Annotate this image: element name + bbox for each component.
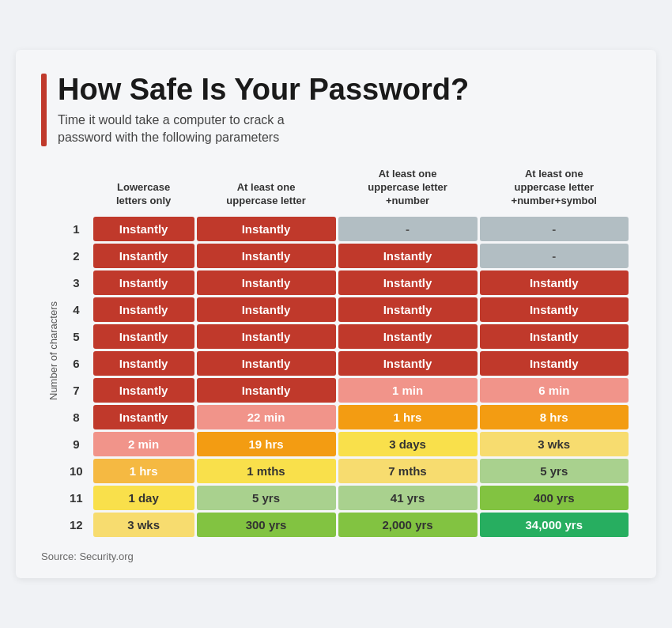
table-cell: 5 yrs <box>480 459 629 483</box>
table-cell: 1 hrs <box>338 405 478 429</box>
table-row: 3InstantlyInstantlyInstantlyInstantly <box>62 270 629 295</box>
table-body: 1InstantlyInstantly--2InstantlyInstantly… <box>62 217 629 537</box>
col-header-one-upper: At least oneuppercase letter <box>197 165 336 214</box>
title-section: How Safe Is Your Password? Time it would… <box>41 74 631 147</box>
table-cell: Instantly <box>338 324 478 349</box>
table-cell: 3 wks <box>93 513 194 537</box>
table-cell: Instantly <box>480 270 629 295</box>
row-number: 9 <box>62 432 91 456</box>
table-cell: 41 yrs <box>338 486 478 510</box>
table-cell: Instantly <box>480 297 629 322</box>
table-cell: 19 hrs <box>197 432 336 456</box>
row-number: 8 <box>62 405 91 429</box>
row-number: 7 <box>62 378 91 403</box>
table-cell: 22 min <box>197 405 336 429</box>
table-cell: Instantly <box>93 217 194 241</box>
y-axis-label: Number of characters <box>41 301 59 400</box>
table-cell: 2 min <box>93 432 194 456</box>
table-row: 5InstantlyInstantlyInstantlyInstantly <box>62 324 629 349</box>
table-cell: 1 mths <box>197 459 336 483</box>
row-number: 2 <box>62 244 91 268</box>
table-cell: Instantly <box>197 351 336 376</box>
table-head: Lowercaseletters only At least oneupperc… <box>62 165 629 214</box>
table-row: 7InstantlyInstantly1 min6 min <box>62 378 629 403</box>
table-cell: Instantly <box>197 244 336 268</box>
table-row: 101 hrs1 mths7 mths5 yrs <box>62 459 629 483</box>
table-cell: Instantly <box>338 270 478 295</box>
table-cell: Instantly <box>93 244 194 268</box>
table-row: 92 min19 hrs3 days3 wks <box>62 432 629 456</box>
row-number: 10 <box>62 459 91 483</box>
table-cell: Instantly <box>93 297 194 322</box>
table-cell: 1 hrs <box>93 459 194 483</box>
table-row: 111 day5 yrs41 yrs400 yrs <box>62 486 629 510</box>
table-cell: 5 yrs <box>197 486 336 510</box>
table-cell: Instantly <box>338 297 478 322</box>
red-bar <box>41 74 47 147</box>
card: How Safe Is Your Password? Time it would… <box>16 50 656 578</box>
table-cell: Instantly <box>197 324 336 349</box>
table-cell: 34,000 yrs <box>480 513 629 537</box>
header-row: Lowercaseletters only At least oneupperc… <box>62 165 629 214</box>
table-cell: 3 wks <box>480 432 629 456</box>
table-cell: Instantly <box>197 270 336 295</box>
table-cell: Instantly <box>338 244 478 268</box>
table-cell: - <box>480 244 629 268</box>
col-header-num <box>62 165 91 214</box>
row-number: 5 <box>62 324 91 349</box>
table-cell: 1 min <box>338 378 478 403</box>
table-row: 8Instantly22 min1 hrs8 hrs <box>62 405 629 429</box>
col-header-upper-num-sym: At least oneuppercase letter+number+symb… <box>480 165 629 214</box>
main-title: How Safe Is Your Password? <box>58 74 469 107</box>
table-cell: - <box>480 217 629 241</box>
source-text: Source: Security.org <box>41 550 631 562</box>
table-cell: Instantly <box>197 217 336 241</box>
table-row: 4InstantlyInstantlyInstantlyInstantly <box>62 297 629 322</box>
title-text: How Safe Is Your Password? Time it would… <box>58 74 469 147</box>
table-cell: Instantly <box>93 351 194 376</box>
table-cell: 2,000 yrs <box>338 513 478 537</box>
row-number: 6 <box>62 351 91 376</box>
table-cell: - <box>338 217 478 241</box>
table-cell: Instantly <box>93 405 194 429</box>
table-row: 2InstantlyInstantlyInstantly- <box>62 244 629 268</box>
row-number: 1 <box>62 217 91 241</box>
row-number: 11 <box>62 486 91 510</box>
table-cell: 400 yrs <box>480 486 629 510</box>
row-number: 12 <box>62 513 91 537</box>
table-cell: 8 hrs <box>480 405 629 429</box>
table-cell: Instantly <box>197 378 336 403</box>
table-cell: 6 min <box>480 378 629 403</box>
table-cell: Instantly <box>480 351 629 376</box>
table-cell: Instantly <box>338 351 478 376</box>
table-cell: Instantly <box>480 324 629 349</box>
table-cell: Instantly <box>93 378 194 403</box>
table-cell: Instantly <box>93 324 194 349</box>
password-table: Lowercaseletters only At least oneupperc… <box>59 162 631 539</box>
table-row: 6InstantlyInstantlyInstantlyInstantly <box>62 351 629 376</box>
col-header-lowercase: Lowercaseletters only <box>93 165 194 214</box>
table-cell: Instantly <box>93 270 194 295</box>
table-cell: 1 day <box>93 486 194 510</box>
table-row: 1InstantlyInstantly-- <box>62 217 629 241</box>
row-number: 4 <box>62 297 91 322</box>
subtitle: Time it would take a computer to crack a… <box>58 112 469 147</box>
table-cell: 7 mths <box>338 459 478 483</box>
row-number: 3 <box>62 270 91 295</box>
col-header-upper-num: At least oneuppercase letter+number <box>338 165 478 214</box>
table-row: 123 wks300 yrs2,000 yrs34,000 yrs <box>62 513 629 537</box>
table-wrapper: Number of characters Lowercaseletters on… <box>41 162 631 539</box>
table-cell: 300 yrs <box>197 513 336 537</box>
table-cell: 3 days <box>338 432 478 456</box>
table-cell: Instantly <box>197 297 336 322</box>
